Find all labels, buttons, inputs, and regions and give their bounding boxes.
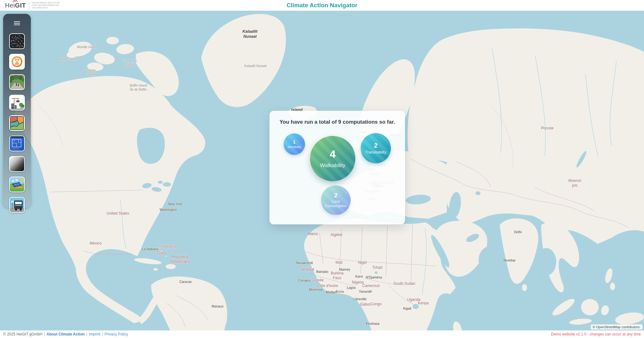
map-label: Victoria Island xyxy=(85,69,95,76)
walkability-count: 4 xyxy=(330,149,336,159)
land-consumption-count: 2 xyxy=(334,192,338,198)
map-label: Kalaallit Nunaat xyxy=(242,29,258,39)
imprint-link[interactable]: Imprint xyxy=(89,332,100,336)
computations-headline: You have run a total of 9 computations s… xyxy=(269,119,405,125)
map-label: Kinshasa xyxy=(366,322,379,326)
sidebar-item-heatmap[interactable] xyxy=(9,156,25,172)
sidebar-item-walkability[interactable] xyxy=(9,74,25,90)
map-label: Nigeria xyxy=(352,280,364,285)
map-label: Kano xyxy=(355,274,363,279)
map-label: South Sudan xyxy=(393,281,415,286)
sidebar-item-transitability[interactable] xyxy=(9,197,25,213)
map-label: México xyxy=(90,241,102,246)
walkability-label: Walkability xyxy=(320,162,346,169)
bikeability-label: Bikeability xyxy=(288,145,301,149)
map-label: Sénégal xyxy=(300,267,314,272)
map-label: Monrovia xyxy=(309,288,322,292)
copyright-text: © 2025 HeiGIT gGmbH xyxy=(3,332,42,336)
map-label: Algérie xyxy=(330,233,342,237)
map-label: Melville Island xyxy=(77,45,97,49)
map-label: The Bahamas xyxy=(158,245,177,249)
sidebar-items xyxy=(3,33,31,213)
map-label: Washington xyxy=(159,208,177,212)
map-attribution: © OpenStreetMap contributors. xyxy=(591,324,642,330)
transitability-label: Transitability xyxy=(365,150,386,155)
map-label: Congo xyxy=(370,302,381,307)
privacy-policy-link[interactable]: Privacy Policy xyxy=(104,332,128,336)
map-label: La Habana xyxy=(142,247,158,251)
menu-toggle-button[interactable] xyxy=(14,20,20,26)
map-label: Монгол улс xyxy=(569,178,581,188)
map-label: República Dominicana xyxy=(170,255,190,264)
map-label: Tchad xyxy=(372,265,382,270)
map-label: Mali xyxy=(336,260,342,265)
map-label: Bamako xyxy=(316,270,329,274)
bikeability-count: 1 xyxy=(293,140,296,144)
sidebar-item-renewables[interactable] xyxy=(9,177,25,192)
app-header: HeiGIT HEIDELBERG INSTITUTE FOR GEOINFOR… xyxy=(0,0,644,11)
map-label: Caracas xyxy=(179,280,192,284)
openstreetmap-link[interactable]: OpenStreetMap xyxy=(596,325,621,329)
attribution-prefix: © xyxy=(593,325,596,329)
footer-separator: | xyxy=(44,332,45,336)
map-label: Gabon xyxy=(360,302,371,307)
bubble-land-consumption: 2 Land Consumption xyxy=(321,185,351,215)
map-label: Abidjan xyxy=(325,290,336,294)
sidebar-item-computations[interactable] xyxy=(9,54,25,70)
bubble-bikeability: 1 Bikeability xyxy=(284,133,305,155)
map-label: Côte d'Ivoire xyxy=(317,284,338,288)
map-label: Lagos xyxy=(347,286,356,290)
map-label: Cuba xyxy=(157,251,166,256)
demo-notice: Demo website v2.1.0 - changes can occur … xyxy=(551,332,641,336)
computations-summary-card: You have run a total of 9 computations s… xyxy=(269,111,405,224)
about-climate-action-link[interactable]: About Climate Action xyxy=(47,332,85,336)
attribution-suffix: contributors. xyxy=(620,325,641,329)
map-label: Banks Island xyxy=(59,57,77,61)
map-label: Cameroun xyxy=(362,284,380,288)
sidebar-item-land-consumption[interactable] xyxy=(9,95,25,110)
page-title: Climate Action Navigator xyxy=(0,2,644,9)
map-label: Yaoundé xyxy=(359,290,372,294)
sidebar-item-bikeability[interactable] xyxy=(9,33,25,49)
map-label: New York xyxy=(168,202,182,206)
bubble-walkability: 4 Walkability xyxy=(310,136,355,181)
land-consumption-label: Land Consumption xyxy=(324,200,347,208)
map-label: Manaus xyxy=(212,304,223,308)
layer-sidebar xyxy=(3,14,31,208)
map-label: Burkina Faso xyxy=(331,271,344,280)
map-label: United States xyxy=(107,211,129,216)
map-label: Delhi xyxy=(514,230,522,234)
map-label: Kigali xyxy=(403,307,411,311)
bubble-transitability: 2 Transitability xyxy=(361,133,391,163)
transitability-count: 2 xyxy=(374,142,377,149)
sidebar-item-landuse-map[interactable] xyxy=(9,115,25,131)
climate-action-navigator-app: Kalaallit NunaatKalaallit NunaatIslandBa… xyxy=(0,0,644,338)
map-label: Somerset Island xyxy=(123,59,137,67)
footer-separator: | xyxy=(86,332,87,336)
map-label: Conakry xyxy=(298,279,310,283)
map-label: Kalaallit Nunaat xyxy=(244,64,266,68)
footer-left: © 2025 HeiGIT gGmbH | About Climate Acti… xyxy=(3,332,128,336)
map-label: Uganda xyxy=(407,297,420,302)
map-label: Россия xyxy=(541,126,553,131)
footer-separator: | xyxy=(102,332,103,336)
map-label: Mumbai xyxy=(503,258,515,262)
map-label: Maroc xyxy=(308,232,318,236)
map-label: Niamey xyxy=(339,268,350,272)
sidebar-item-blueprint[interactable] xyxy=(9,136,25,151)
map-label: N'Djaména xyxy=(366,275,382,279)
map-label: Libreville xyxy=(353,297,366,301)
map-label: Nouakchott xyxy=(296,261,313,265)
map-label: Kenya xyxy=(418,301,429,306)
map-label: Guinée xyxy=(312,278,324,283)
map-label: Accra xyxy=(336,290,344,294)
app-footer: © 2025 HeiGIT gGmbH | About Climate Acti… xyxy=(0,330,644,338)
map-label: Niger xyxy=(358,260,367,265)
map-label: Baffin Island Île de Baffin xyxy=(130,84,147,92)
